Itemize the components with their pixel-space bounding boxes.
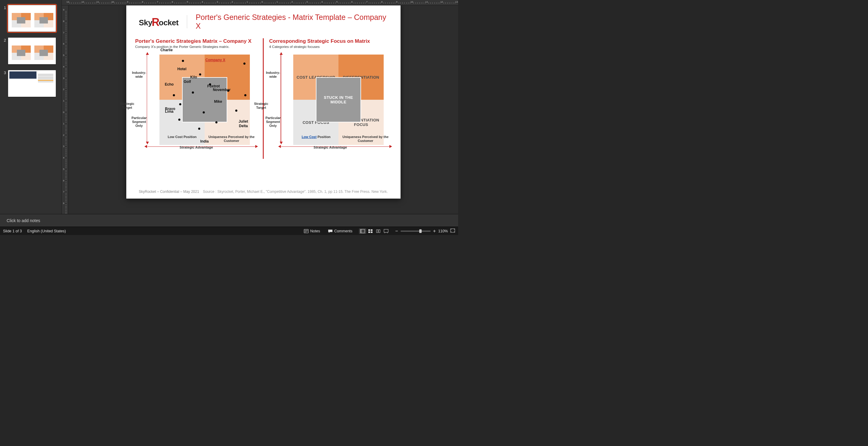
y-label-top: Industry-wide xyxy=(262,71,284,78)
company-point xyxy=(215,122,217,124)
view-buttons xyxy=(359,228,390,234)
normal-view-icon xyxy=(360,229,365,233)
left-title: Porter's Generic Strategies Matrix – Com… xyxy=(135,38,258,44)
x-label-right: Uniqueness Perceived by the Customer xyxy=(341,135,390,142)
company-point xyxy=(198,128,200,130)
slide-stage[interactable]: Sky R ocket Porter's Generic Strategies … xyxy=(68,5,458,214)
x-axis-title-left: Strategic Advantage xyxy=(180,146,213,149)
slide-thumbnail-3[interactable] xyxy=(8,70,56,97)
company-label: Hotel xyxy=(178,67,187,71)
status-bar: Slide 1 of 3 English (United States) Not… xyxy=(0,227,458,235)
slide-title: Porter's Generic Strategies - Matrix Tem… xyxy=(195,13,388,30)
slide-thumbnail-2[interactable] xyxy=(8,37,56,64)
company-label: Company X xyxy=(205,58,225,62)
svg-rect-6 xyxy=(368,229,370,231)
thumb-number: 3 xyxy=(2,70,8,75)
company-label: November xyxy=(213,88,230,92)
zoom-percent[interactable]: 110% xyxy=(438,229,448,233)
slide-panel[interactable]: 1 2 3 xyxy=(0,0,62,214)
y-label-top: Industry-wide xyxy=(129,71,150,78)
arrow-left-icon xyxy=(278,145,281,148)
skyrocket-logo: Sky R ocket xyxy=(139,15,179,28)
y-axis-title: Strategic Target xyxy=(253,102,270,110)
company-label: Kilo xyxy=(190,75,197,79)
x-label-left: Low Cost Position xyxy=(291,135,341,142)
left-column: Porter's Generic Strategies Matrix – Com… xyxy=(135,38,258,159)
normal-view-button[interactable] xyxy=(359,228,366,234)
left-subtitle: Company X's position in the Porter Gener… xyxy=(135,45,258,49)
y-axis-title: Strategic Target xyxy=(119,102,135,110)
slide-thumbnail-1[interactable] xyxy=(8,5,56,32)
company-point xyxy=(203,112,205,114)
thumb-row-1: 1 xyxy=(2,5,58,32)
company-label: Bravo xyxy=(165,107,175,111)
company-point xyxy=(199,73,201,76)
fit-icon xyxy=(450,228,455,233)
slide-header: Sky R ocket Porter's Generic Strategies … xyxy=(126,5,401,33)
thumb-number: 1 xyxy=(2,5,8,10)
slideshow-icon xyxy=(384,229,389,233)
zoom-out-button[interactable]: − xyxy=(395,228,398,234)
company-label: Echo xyxy=(165,82,174,87)
company-point xyxy=(235,110,237,112)
zoom-slider[interactable] xyxy=(401,230,431,232)
slide-body: Porter's Generic Strategies Matrix – Com… xyxy=(126,33,401,159)
slide-canvas[interactable]: Sky R ocket Porter's Generic Strategies … xyxy=(126,5,401,199)
editor-area: 13121110987654321012345678910111213 9876… xyxy=(62,0,458,214)
footer-confidential: SkyRocket – Confidential – May 2021 xyxy=(139,190,199,194)
company-point xyxy=(182,60,184,62)
horizontal-ruler: 13121110987654321012345678910111213 xyxy=(62,0,458,5)
company-label: Delta xyxy=(239,124,248,128)
company-point xyxy=(178,119,180,121)
arrow-down-icon xyxy=(146,141,149,145)
notes-icon xyxy=(304,229,309,233)
porter-matrix-left: CharlieHotelCompany XKiloEchoGolfFoxtrot… xyxy=(159,55,250,145)
y-label-bottom: Particular Segment Only xyxy=(129,116,150,127)
comments-icon xyxy=(328,229,333,233)
company-point xyxy=(243,63,245,65)
company-label: Mike xyxy=(214,99,222,104)
zoom-controls: − + 110% xyxy=(395,228,455,234)
arrow-right-icon xyxy=(390,145,392,148)
company-point xyxy=(192,92,194,94)
stuck-in-middle: STUCK IN THE MIDDLE xyxy=(316,77,361,122)
company-point xyxy=(173,94,175,96)
company-label: Charlie xyxy=(160,48,173,52)
zoom-in-button[interactable]: + xyxy=(433,228,436,234)
slide-sorter-button[interactable] xyxy=(367,228,374,234)
notes-placeholder: Click to add notes xyxy=(7,218,40,223)
company-point xyxy=(179,103,181,105)
reading-view-button[interactable] xyxy=(375,228,382,234)
thumb-row-3: 3 xyxy=(2,70,58,97)
right-matrix-wrap: Strategic Target Industry-wide Particula… xyxy=(269,53,392,159)
x-axis-title-right: Strategic Advantage xyxy=(313,146,347,149)
thumb-number: 2 xyxy=(2,37,8,42)
right-column: Corresponding Strategic Focus on Matrix … xyxy=(269,38,392,159)
svg-rect-9 xyxy=(371,231,373,233)
svg-rect-7 xyxy=(371,229,373,231)
porter-matrix-right: COST LEADERSHIP DIFFERENTIATION COST FOC… xyxy=(293,55,384,145)
slideshow-button[interactable] xyxy=(382,228,390,234)
x-label-left: Low Cost Position xyxy=(158,135,207,142)
company-label: Juliet xyxy=(239,119,248,124)
language-indicator[interactable]: English (United States) xyxy=(27,229,66,233)
right-title: Corresponding Strategic Focus on Matrix xyxy=(269,38,392,44)
notes-pane[interactable]: Click to add notes xyxy=(0,214,458,227)
arrow-right-icon xyxy=(255,145,258,148)
company-label: Golf xyxy=(184,79,191,84)
comments-button[interactable]: Comments xyxy=(327,228,353,234)
notes-button[interactable]: Notes xyxy=(303,228,321,234)
column-divider xyxy=(263,38,264,159)
left-matrix-wrap: Strategic Target Industry-wide Particula… xyxy=(135,53,258,159)
y-label-bottom: Particular Segment Only xyxy=(262,116,284,127)
vertical-ruler: 9876543210123456789 xyxy=(62,5,68,214)
slide-counter: Slide 1 of 3 xyxy=(3,229,22,233)
svg-rect-10 xyxy=(384,229,388,232)
fit-to-window-button[interactable] xyxy=(450,228,455,233)
arrow-left-icon xyxy=(144,145,147,148)
svg-rect-5 xyxy=(361,229,362,233)
arrow-up-icon xyxy=(146,52,149,55)
reading-icon xyxy=(376,229,381,233)
app-root: 1 2 3 xyxy=(0,0,458,235)
arrow-up-icon xyxy=(280,52,283,55)
